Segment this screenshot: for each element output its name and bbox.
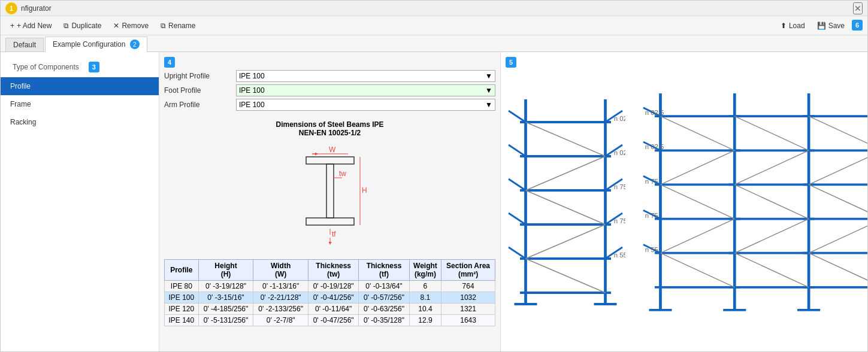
col-thickness-tf: Thickness(tf): [359, 260, 409, 281]
svg-line-38: [509, 247, 526, 259]
svg-line-78: [809, 116, 867, 150]
add-icon: +: [10, 22, 14, 30]
table-row: IPE 1400' -5-131/256"0' -2-7/8"0' -0-47/…: [165, 315, 495, 326]
dropdown-arrow-2: ▼: [485, 86, 492, 95]
table-row: IPE 800' -3-19/128"0' -1-13/16"0' -0-19/…: [165, 281, 495, 292]
ibeam-diagram: W tw H: [282, 142, 378, 250]
foot-profile-label: Foot Profile: [164, 86, 236, 95]
dropdown-arrow-3: ▼: [485, 101, 492, 109]
svg-text:n 02.5: n 02.5: [614, 115, 625, 122]
main-window: 1 nfigurator ✕ + + Add New ⧉ Duplicate ✕…: [0, 0, 868, 352]
callout-5-badge: 5: [506, 57, 516, 68]
svg-line-79: [809, 150, 867, 184]
svg-text:n 55: n 55: [645, 246, 658, 253]
rack-visualization-multi: n 02.5 n 02.5 n 75 n 75 n 55 n 02.5 n 02…: [642, 82, 867, 321]
window-title: nfigurator: [21, 4, 52, 13]
arm-profile-row: Arm Profile IPE 100 ▼: [164, 99, 495, 111]
callout-4-badge: 4: [164, 57, 175, 68]
load-button[interactable]: ⬆ Load: [776, 20, 810, 32]
svg-line-24: [526, 122, 606, 156]
close-button[interactable]: ✕: [853, 2, 863, 14]
svg-rect-3: [306, 157, 354, 164]
app-icon: 1: [5, 2, 17, 14]
col-weight: Weight(kg/m): [409, 260, 441, 281]
svg-line-73: [734, 116, 809, 150]
remove-button[interactable]: ✕ Remove: [108, 20, 153, 32]
svg-text:H: H: [362, 186, 367, 195]
diagram-section: Dimensions of Steel Beams IPE NEN-EN 100…: [164, 116, 495, 254]
duplicate-icon: ⧉: [63, 22, 69, 30]
svg-line-71: [660, 219, 734, 253]
title-bar: 1 nfigurator ✕: [1, 1, 867, 16]
svg-line-68: [660, 116, 734, 150]
svg-text:n 75: n 75: [614, 183, 625, 190]
diagram-title-line2: NEN-EN 10025-1/2: [169, 129, 491, 137]
rename-button[interactable]: ⧉ Rename: [156, 20, 200, 32]
svg-line-74: [734, 150, 809, 184]
svg-text:n 75: n 75: [645, 178, 658, 185]
svg-text:n 02.5: n 02.5: [614, 149, 625, 156]
arm-profile-select[interactable]: IPE 100 ▼: [236, 99, 495, 111]
rename-icon: ⧉: [161, 22, 166, 30]
save-button[interactable]: 💾 Save: [812, 20, 849, 32]
tabs-bar: Default Example Configuration 2: [1, 35, 867, 52]
visualization-panel: 5: [501, 52, 867, 351]
sidebar: Type of Components 3 Profile Frame Racki…: [1, 52, 159, 351]
col-width: Width(W): [253, 260, 309, 281]
svg-line-69: [660, 150, 734, 184]
profile-fields: 4 Upright Profile IPE 100 ▼ Foot Profile…: [164, 57, 495, 111]
profile-panel: 4 Upright Profile IPE 100 ▼ Foot Profile…: [159, 52, 501, 351]
svg-line-25: [526, 156, 606, 190]
svg-line-34: [509, 111, 526, 122]
svg-line-26: [526, 190, 606, 224]
upright-profile-select[interactable]: IPE 100 ▼: [236, 70, 495, 82]
svg-line-82: [809, 253, 867, 287]
svg-text:tw: tw: [339, 169, 346, 178]
remove-icon: ✕: [113, 22, 119, 30]
tab-badge: 2: [130, 40, 140, 49]
svg-line-28: [526, 259, 606, 293]
duplicate-button[interactable]: ⧉ Duplicate: [59, 20, 106, 32]
add-new-button[interactable]: + + Add New: [5, 20, 56, 32]
svg-line-80: [809, 184, 867, 219]
sidebar-section-title: Type of Components: [5, 59, 86, 75]
col-thickness-tw: Thickness(tw): [308, 260, 358, 281]
table-row: IPE 1000' -3-15/16"0' -2-21/128"0' -0-41…: [165, 292, 495, 304]
svg-text:n 75: n 75: [614, 217, 625, 224]
foot-profile-select[interactable]: IPE 100 ▼: [236, 84, 495, 96]
load-icon: ⬆: [781, 22, 787, 30]
save-icon: 💾: [817, 22, 826, 30]
svg-text:n 02.5: n 02.5: [645, 143, 664, 150]
svg-line-81: [809, 219, 867, 253]
dropdown-arrow-1: ▼: [485, 72, 492, 80]
svg-line-35: [509, 145, 526, 156]
svg-line-27: [526, 224, 606, 259]
svg-line-72: [660, 253, 734, 287]
sidebar-item-profile[interactable]: Profile: [1, 77, 159, 95]
svg-line-70: [660, 184, 734, 219]
sidebar-item-frame[interactable]: Frame: [1, 95, 159, 113]
toolbar: + + Add New ⧉ Duplicate ✕ Remove ⧉ Renam…: [1, 16, 867, 35]
rack-visualization-single: n 02.5 n 02.5 n 75 n 75 n 55: [506, 88, 625, 315]
col-profile: Profile: [165, 260, 199, 281]
upright-profile-label: Upright Profile: [164, 72, 236, 80]
svg-rect-4: [326, 164, 334, 218]
diagram-title-line1: Dimensions of Steel Beams IPE: [169, 120, 491, 129]
tab-example-configuration[interactable]: Example Configuration 2: [45, 37, 147, 52]
tab-default[interactable]: Default: [5, 38, 44, 51]
col-height: Height(H): [198, 260, 253, 281]
sidebar-item-racking[interactable]: Racking: [1, 113, 159, 131]
svg-line-76: [734, 219, 809, 253]
callout-3-badge: 3: [89, 62, 99, 72]
svg-line-75: [734, 184, 809, 219]
main-content: Type of Components 3 Profile Frame Racki…: [1, 52, 867, 351]
svg-text:tf: tf: [332, 230, 336, 238]
svg-line-37: [509, 213, 526, 224]
dimensions-table: Profile Height(H) Width(W) Thickness(tw)…: [164, 259, 495, 326]
col-section-area: Section Area(mm²): [441, 260, 495, 281]
svg-text:n 75: n 75: [645, 212, 658, 219]
callout-6-badge: 6: [852, 20, 863, 31]
upright-profile-row: Upright Profile IPE 100 ▼: [164, 70, 495, 82]
svg-line-36: [509, 179, 526, 190]
svg-text:n 02.5: n 02.5: [645, 109, 664, 116]
